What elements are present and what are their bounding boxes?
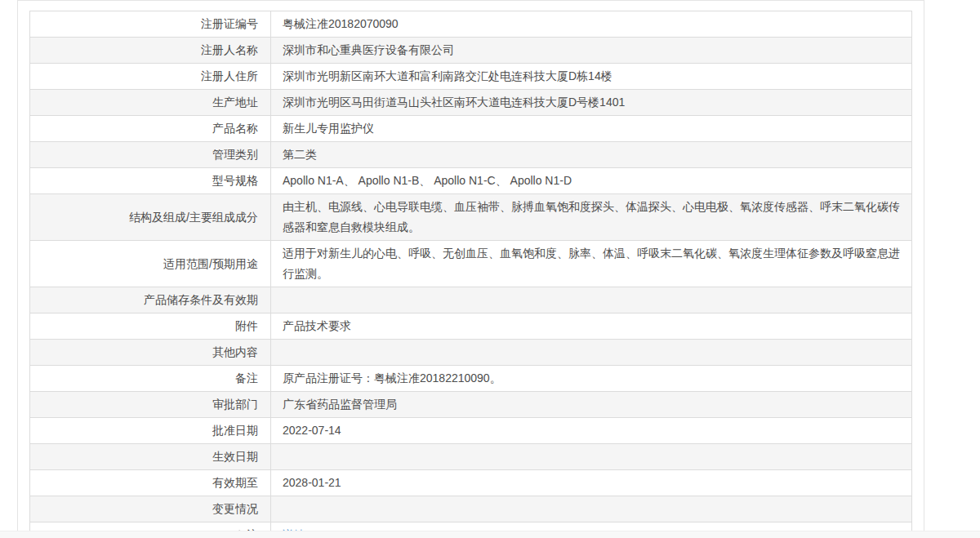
row-label: 产品名称: [30, 116, 271, 142]
row-value-text: 原产品注册证号：粤械注准20182210090。: [283, 371, 501, 385]
table-row: 注册人名称深圳市和心重典医疗设备有限公司: [30, 38, 912, 64]
row-value-text: 深圳市和心重典医疗设备有限公司: [283, 43, 454, 56]
row-label-text: 生产地址: [212, 96, 258, 109]
row-value: [271, 496, 912, 522]
table-row: 有效期至2028-01-21: [30, 470, 912, 496]
row-label-text: 注册人住所: [201, 69, 258, 82]
table-row: 批准日期2022-07-14: [30, 418, 912, 444]
row-label: 批准日期: [30, 418, 271, 444]
row-value-text: Apollo N1-A、 Apollo N1-B、 Apollo N1-C、 A…: [283, 174, 572, 187]
row-label: 生效日期: [30, 444, 271, 470]
table-row: 注册证编号粤械注准20182070090: [30, 11, 912, 38]
row-label: 适用范围/预期用途: [30, 241, 271, 287]
registration-table-body: 注册证编号粤械注准20182070090注册人名称深圳市和心重典医疗设备有限公司…: [30, 11, 912, 538]
row-value-text: 广东省药品监督管理局: [283, 398, 397, 411]
row-label-text: 批准日期: [212, 424, 258, 437]
page: 注册证编号粤械注准20182070090注册人名称深圳市和心重典医疗设备有限公司…: [0, 0, 980, 538]
row-label: 注册人住所: [30, 64, 271, 90]
row-value: [271, 340, 912, 366]
page-bottom-strip: [0, 531, 980, 538]
row-label-text: 审批部门: [212, 398, 258, 411]
row-label: 附件: [30, 313, 271, 340]
row-label: 注册证编号: [30, 11, 271, 38]
row-label: 有效期至: [30, 470, 271, 496]
row-label-text: 备注: [235, 371, 258, 385]
row-label: 其他内容: [30, 340, 271, 366]
row-value-text: 2022-07-14: [283, 424, 341, 437]
row-value-text: 深圳市光明新区南环大道和富利南路交汇处电连科技大厦D栋14楼: [283, 69, 612, 82]
row-value-text: 产品技术要求: [283, 319, 351, 332]
table-row: 结构及组成/主要组成成分由主机、电源线、心电导联电缆、血压袖带、脉搏血氧饱和度探…: [30, 194, 912, 241]
row-label-text: 注册人名称: [201, 43, 258, 56]
row-label: 生产地址: [30, 90, 271, 116]
table-row: 备注原产品注册证号：粤械注准20182210090。: [30, 366, 912, 392]
row-value-text: 第二类: [283, 148, 317, 161]
content-panel: 注册证编号粤械注准20182070090注册人名称深圳市和心重典医疗设备有限公司…: [17, 0, 924, 538]
row-label-text: 适用范围/预期用途: [163, 257, 258, 270]
row-label: 备注: [30, 366, 271, 392]
row-value: 粤械注准20182070090: [271, 11, 912, 38]
row-value: 深圳市和心重典医疗设备有限公司: [271, 38, 912, 64]
row-value-text: 新生儿专用监护仪: [283, 122, 374, 135]
table-row: 审批部门广东省药品监督管理局: [30, 392, 912, 418]
row-value: 原产品注册证号：粤械注准20182210090。: [271, 366, 912, 392]
row-label: 产品储存条件及有效期: [30, 287, 271, 313]
row-label-text: 有效期至: [212, 476, 258, 489]
row-label: 结构及组成/主要组成成分: [30, 194, 271, 241]
row-value: 产品技术要求: [271, 313, 912, 340]
row-value: [271, 287, 912, 313]
row-value: 2028-01-21: [271, 470, 912, 496]
row-label: 型号规格: [30, 168, 271, 194]
table-row: 产品名称新生儿专用监护仪: [30, 116, 912, 142]
row-value: Apollo N1-A、 Apollo N1-B、 Apollo N1-C、 A…: [271, 168, 912, 194]
table-row: 其他内容: [30, 340, 912, 366]
row-value-text: 适用于对新生儿的心电、呼吸、无创血压、血氧饱和度、脉率、体温、呼吸末二氧化碳、氧…: [283, 247, 900, 280]
row-label: 管理类别: [30, 142, 271, 168]
row-label-text: 生效日期: [212, 450, 258, 463]
table-row: 适用范围/预期用途适用于对新生儿的心电、呼吸、无创血压、血氧饱和度、脉率、体温、…: [30, 241, 912, 287]
row-value-text: 粤械注准20182070090: [283, 17, 399, 30]
table-row: 注册人住所深圳市光明新区南环大道和富利南路交汇处电连科技大厦D栋14楼: [30, 64, 912, 90]
row-label-text: 产品储存条件及有效期: [144, 293, 258, 306]
row-label-text: 产品名称: [212, 122, 258, 135]
row-value-text: 2028-01-21: [283, 476, 341, 489]
table-row: 变更情况: [30, 496, 912, 522]
row-value: 深圳市光明新区南环大道和富利南路交汇处电连科技大厦D栋14楼: [271, 64, 912, 90]
table-row: 型号规格Apollo N1-A、 Apollo N1-B、 Apollo N1-…: [30, 168, 912, 194]
row-label-text: 变更情况: [212, 502, 258, 515]
row-value-text: 深圳市光明区马田街道马山头社区南环大道电连科技大厦D号楼1401: [283, 96, 625, 109]
row-label: 审批部门: [30, 392, 271, 418]
row-label-text: 管理类别: [212, 148, 258, 161]
row-value-text: 由主机、电源线、心电导联电缆、血压袖带、脉搏血氧饱和度探头、体温探头、心电电极、…: [283, 200, 900, 233]
table-row: 生产地址深圳市光明区马田街道马山头社区南环大道电连科技大厦D号楼1401: [30, 90, 912, 116]
row-value: 适用于对新生儿的心电、呼吸、无创血压、血氧饱和度、脉率、体温、呼吸末二氧化碳、氧…: [271, 241, 912, 287]
row-value: [271, 444, 912, 470]
row-value: 深圳市光明区马田街道马山头社区南环大道电连科技大厦D号楼1401: [271, 90, 912, 116]
row-value: 由主机、电源线、心电导联电缆、血压袖带、脉搏血氧饱和度探头、体温探头、心电电极、…: [271, 194, 912, 241]
row-label: 变更情况: [30, 496, 271, 522]
table-row: 管理类别第二类: [30, 142, 912, 168]
registration-info-table: 注册证编号粤械注准20182070090注册人名称深圳市和心重典医疗设备有限公司…: [29, 11, 912, 538]
table-row: 产品储存条件及有效期: [30, 287, 912, 313]
table-row: 附件产品技术要求: [30, 313, 912, 340]
table-row: 生效日期: [30, 444, 912, 470]
row-label-text: 型号规格: [212, 174, 258, 187]
row-value: 2022-07-14: [271, 418, 912, 444]
row-value: 第二类: [271, 142, 912, 168]
row-label-text: 注册证编号: [201, 17, 258, 30]
row-label-text: 结构及组成/主要组成成分: [129, 211, 258, 224]
row-value: 广东省药品监督管理局: [271, 392, 912, 418]
row-label-text: 附件: [235, 319, 258, 332]
row-value: 新生儿专用监护仪: [271, 116, 912, 142]
row-label-text: 其他内容: [212, 345, 258, 358]
row-label: 注册人名称: [30, 38, 271, 64]
